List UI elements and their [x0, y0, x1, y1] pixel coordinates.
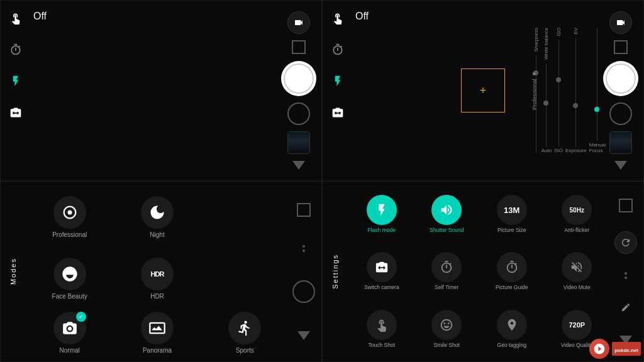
anti-flicker-label: Anti-flicker	[564, 227, 589, 233]
mode-item-night[interactable]: Night	[116, 196, 198, 238]
anti-flicker-icon[interactable]: 50Hz	[562, 195, 592, 225]
geo-tagging-icon[interactable]	[497, 310, 527, 340]
professional-mode-label: Professional ◄	[531, 71, 538, 110]
flash-icon[interactable]	[6, 71, 26, 91]
pencil-button-q4[interactable]	[616, 298, 635, 317]
camera-basic-view: Off	[0, 0, 322, 181]
settings-grid: Flash mode Shutter Sound 13M Picture Siz…	[350, 187, 608, 356]
picture-guide-icon[interactable]	[497, 252, 527, 282]
shutter-sound-icon[interactable]	[431, 195, 462, 225]
mode-item-professional[interactable]: Professional	[28, 196, 111, 238]
mode-item-panorama[interactable]: Panorama	[116, 312, 198, 354]
left-sidebar-q1	[1, 1, 31, 180]
mode-item-hdr[interactable]: HDR HDR	[116, 258, 198, 300]
wb-label: White balance	[543, 28, 549, 60]
setting-picture-size[interactable]: 13M Picture Size	[480, 195, 543, 233]
shutter-sound-label: Shutter Sound	[430, 227, 464, 233]
camera-switch-icon[interactable]	[6, 102, 26, 123]
thumbnail-q1[interactable]	[287, 131, 310, 154]
self-timer-icon[interactable]	[431, 252, 462, 282]
normal-mode-label: Normal	[60, 347, 80, 354]
setting-anti-flicker[interactable]: 50Hz Anti-flicker	[546, 195, 609, 233]
switch-camera-icon[interactable]	[367, 252, 397, 282]
night-mode-icon[interactable]	[141, 196, 174, 229]
hand-gesture-icon[interactable]	[6, 8, 26, 28]
setting-flash-mode[interactable]: Flash mode	[350, 195, 413, 233]
refresh-button-q4[interactable]	[614, 231, 637, 254]
hand-gesture-icon-q2[interactable]	[328, 8, 348, 28]
triangle-control-q2[interactable]	[614, 161, 627, 170]
touch-shot-icon[interactable]	[367, 310, 397, 340]
setting-shutter-sound[interactable]: Shutter Sound	[416, 195, 479, 233]
modes-sidebar-label: Modes	[9, 258, 17, 285]
geo-tagging-label: Geo tagging	[497, 342, 526, 348]
thumbnail-q2[interactable]	[609, 131, 632, 154]
timer-icon[interactable]	[6, 40, 26, 60]
self-timer-label: Self Timer	[435, 284, 458, 290]
camera-switch-icon-q2[interactable]	[328, 102, 348, 123]
setting-picture-guide[interactable]: Picture Guide	[480, 252, 543, 290]
smile-shot-icon[interactable]	[431, 310, 462, 340]
normal-mode-icon[interactable]	[53, 312, 86, 344]
video-mute-icon[interactable]	[562, 252, 592, 282]
setting-video-mute[interactable]: Video Mute	[546, 252, 609, 290]
triangle-control-q1[interactable]	[292, 161, 305, 170]
face-beauty-mode-label: Face Beauty	[52, 293, 87, 300]
settings-panel: Settings Flash mode Shutter Sound 13M Pi…	[322, 181, 644, 362]
shutter-button-q1[interactable]	[281, 61, 316, 96]
setting-geo-tagging[interactable]: Geo tagging	[480, 310, 543, 348]
professional-mode-icon[interactable]	[53, 196, 86, 229]
right-controls-q1	[281, 1, 316, 180]
professional-mode-label: Professional	[52, 231, 87, 238]
hdr-mode-icon[interactable]: HDR	[141, 258, 174, 290]
settings-sidebar-label: Settings	[331, 254, 339, 289]
picture-size-label: Picture Size	[497, 227, 526, 233]
hdr-mode-label: HDR	[150, 293, 164, 300]
flash-mode-icon[interactable]	[367, 195, 397, 225]
focus-cross-icon: +	[480, 84, 487, 97]
exposure-label: Exposure	[565, 148, 587, 153]
modes-sidebar: Modes	[1, 182, 26, 361]
timer-icon-q2[interactable]	[328, 40, 348, 60]
left-sidebar-q2	[323, 1, 353, 180]
mode-item-sports[interactable]: Sports	[204, 312, 286, 354]
pokde-watermark: pokde.net	[589, 339, 641, 359]
shutter-button-q2[interactable]	[603, 61, 638, 96]
face-beauty-mode-icon[interactable]	[53, 258, 86, 290]
pokde-net-label: pokde.net	[614, 348, 638, 353]
setting-self-timer[interactable]: Self Timer	[416, 252, 479, 290]
right-panel-q3	[286, 182, 321, 361]
right-controls-q2	[603, 1, 638, 180]
dots-menu-q4[interactable]	[625, 272, 627, 279]
circle-control-q2[interactable]	[609, 102, 632, 125]
flash-icon-q2[interactable]	[328, 71, 348, 91]
picture-size-icon[interactable]: 13M	[497, 195, 527, 225]
video-button-q1[interactable]	[287, 11, 310, 34]
panorama-mode-icon[interactable]	[141, 312, 174, 344]
setting-switch-camera[interactable]: Switch camera	[350, 252, 413, 290]
sports-mode-icon[interactable]	[228, 312, 261, 344]
switch-camera-label: Switch camera	[364, 284, 399, 290]
iso-value-label: ISO	[554, 148, 563, 153]
video-quality-icon[interactable]: 720P	[562, 310, 592, 340]
circle-control-q1[interactable]	[287, 102, 310, 125]
off-label-q1: Off	[33, 11, 47, 22]
square-control-q4[interactable]	[619, 199, 633, 212]
sharpness-label: Sharpness	[533, 28, 539, 52]
panorama-mode-label: Panorama	[143, 347, 172, 354]
triangle-control-q3[interactable]	[297, 331, 310, 340]
video-button-q2[interactable]	[609, 11, 632, 34]
setting-smile-shot[interactable]: Smile Shot	[416, 310, 479, 348]
mode-item-normal[interactable]: Normal	[28, 312, 111, 354]
touch-shot-label: Touch Shot	[368, 342, 395, 348]
dots-menu-q3[interactable]	[303, 245, 305, 252]
square-control-q1[interactable]	[292, 40, 306, 54]
square-control-q3[interactable]	[297, 203, 311, 217]
circle-control-q3[interactable]	[292, 280, 315, 303]
settings-sidebar: Settings	[323, 182, 348, 361]
svg-point-3	[70, 272, 73, 274]
square-control-q2[interactable]	[614, 40, 628, 54]
svg-point-1	[67, 211, 72, 215]
setting-touch-shot[interactable]: Touch Shot	[350, 310, 413, 348]
mode-item-face-beauty[interactable]: Face Beauty	[28, 258, 111, 300]
